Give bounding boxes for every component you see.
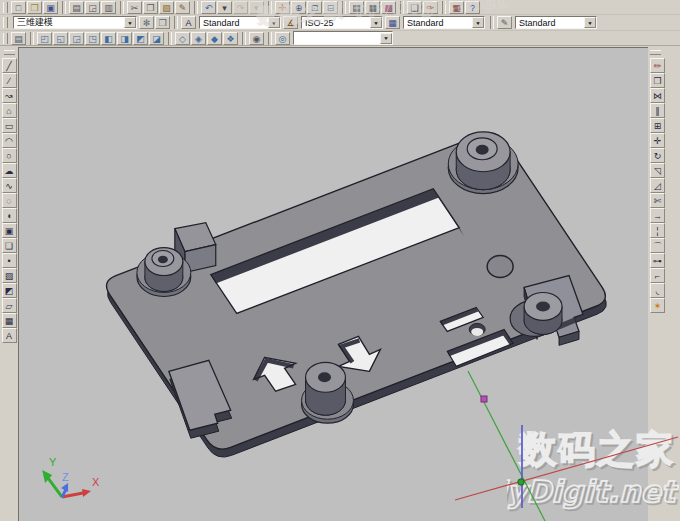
ucs-icon[interactable]: Y Z X: [42, 456, 100, 497]
left-view-icon[interactable]: ◲: [69, 32, 84, 45]
polyline-icon[interactable]: ↝: [2, 88, 17, 103]
sheet-set-manager-icon[interactable]: ❑: [407, 1, 422, 14]
arc-icon[interactable]: ◠: [2, 133, 17, 148]
construction-line-icon[interactable]: ∕: [2, 73, 17, 88]
spline-icon[interactable]: ∿: [2, 178, 17, 193]
zoom-previous-icon[interactable]: ⊟: [323, 1, 338, 14]
copy-icon[interactable]: ❐: [143, 1, 158, 14]
ellipse-icon[interactable]: ◌: [2, 193, 17, 208]
drawing-canvas[interactable]: Y Z X: [18, 47, 648, 521]
toolbar-grip[interactable]: [4, 50, 15, 55]
stretch-icon[interactable]: ◿: [650, 178, 665, 193]
break-icon[interactable]: ⌒: [650, 238, 665, 253]
back-view-icon[interactable]: ◨: [117, 32, 132, 45]
text-style-combo[interactable]: Standard ▼: [199, 16, 281, 29]
chamfer-icon[interactable]: ⌐: [650, 268, 665, 283]
explode-icon[interactable]: ✶: [650, 298, 665, 313]
make-block-icon[interactable]: ❏: [2, 238, 17, 253]
chevron-down-icon[interactable]: ▼: [472, 17, 484, 28]
match-properties-icon[interactable]: ✎: [175, 1, 190, 14]
swivel-icon[interactable]: ❖: [223, 32, 238, 45]
region-icon[interactable]: ▱: [2, 298, 17, 313]
chevron-down-icon[interactable]: ▼: [584, 17, 596, 28]
ellipse-arc-icon[interactable]: ◖: [2, 208, 17, 223]
paste-icon[interactable]: ▧: [159, 1, 174, 14]
chevron-down-icon[interactable]: ▼: [268, 17, 280, 28]
join-icon[interactable]: ⊶: [650, 253, 665, 268]
trim-icon[interactable]: ✄: [650, 193, 665, 208]
toolbar-grip[interactable]: [3, 2, 8, 13]
break-at-point-icon[interactable]: ¦: [650, 223, 665, 238]
undo-icon[interactable]: ↶: [201, 1, 216, 14]
walk-fly-icon[interactable]: ◎: [275, 32, 290, 45]
dim-style-icon[interactable]: ∡: [283, 16, 298, 29]
open-file-icon[interactable]: ❒: [27, 1, 42, 14]
publish-icon[interactable]: ▥: [101, 1, 116, 14]
toolbar-grip[interactable]: [3, 17, 8, 28]
designcenter-icon[interactable]: ▦: [365, 1, 380, 14]
bottom-view-icon[interactable]: ◱: [53, 32, 68, 45]
rotate-icon[interactable]: ↻: [650, 148, 665, 163]
free-orbit-icon[interactable]: ◈: [191, 32, 206, 45]
copy-object-icon[interactable]: ❐: [650, 73, 665, 88]
chevron-down-icon[interactable]: ▼: [124, 17, 136, 28]
rectangle-icon[interactable]: ▭: [2, 118, 17, 133]
table-style-combo[interactable]: Standard ▼: [403, 16, 485, 29]
plot-preview-icon[interactable]: ◲: [85, 1, 100, 14]
fillet-icon[interactable]: ◟: [650, 283, 665, 298]
plot-icon[interactable]: ▤: [69, 1, 84, 14]
top-view-icon[interactable]: ◰: [37, 32, 52, 45]
save-icon[interactable]: ▣: [43, 1, 58, 14]
multileader-style-combo[interactable]: Standard ▼: [515, 16, 597, 29]
continuous-orbit-icon[interactable]: ◆: [207, 32, 222, 45]
table-style-icon[interactable]: ▦: [385, 16, 400, 29]
boss-top-right[interactable]: [448, 132, 518, 194]
mirror-icon[interactable]: ⋈: [650, 88, 665, 103]
markup-set-manager-icon[interactable]: ✑: [423, 1, 438, 14]
named-views-icon[interactable]: ▤: [11, 32, 26, 45]
toolbar-grip[interactable]: [650, 50, 661, 55]
undo-menu-icon[interactable]: ▾: [217, 1, 232, 14]
toolbar-grip[interactable]: [3, 33, 8, 44]
line-icon[interactable]: ╱: [2, 58, 17, 73]
constrained-orbit-icon[interactable]: ◇: [175, 32, 190, 45]
chevron-down-icon[interactable]: ▼: [380, 33, 392, 44]
polygon-icon[interactable]: ⌂: [2, 103, 17, 118]
help-icon[interactable]: ?: [465, 1, 480, 14]
cut-icon[interactable]: ✂: [127, 1, 142, 14]
front-view-icon[interactable]: ◧: [101, 32, 116, 45]
move-icon[interactable]: ✛: [650, 133, 665, 148]
extend-icon[interactable]: →: [650, 208, 665, 223]
tool-palettes-icon[interactable]: ▩: [381, 1, 396, 14]
scale-icon[interactable]: ◹: [650, 163, 665, 178]
chevron-down-icon[interactable]: ▼: [370, 17, 382, 28]
offset-icon[interactable]: ∥: [650, 103, 665, 118]
zoom-window-icon[interactable]: ⊡: [307, 1, 322, 14]
quickcalc-icon[interactable]: ▦: [449, 1, 464, 14]
named-views-combo[interactable]: ▼: [293, 31, 393, 45]
workspace-settings-icon[interactable]: ✻: [139, 16, 154, 29]
table-icon[interactable]: ▦: [2, 313, 17, 328]
sw-isometric-view-icon[interactable]: ◩: [133, 32, 148, 45]
circular-hole[interactable]: [487, 256, 513, 278]
array-icon[interactable]: ⊞: [650, 118, 665, 133]
mtext-icon[interactable]: A: [2, 328, 17, 343]
create-camera-icon[interactable]: ◉: [249, 32, 264, 45]
erase-icon[interactable]: ✏: [650, 58, 665, 73]
text-style-icon[interactable]: A: [181, 16, 196, 29]
small-hole[interactable]: [469, 323, 485, 335]
workspace-combo[interactable]: 三维建模 ▼: [13, 16, 137, 29]
multileader-style-icon[interactable]: ✎: [497, 16, 512, 29]
hatch-icon[interactable]: ▨: [2, 268, 17, 283]
pan-realtime-icon[interactable]: ✛: [275, 1, 290, 14]
properties-icon[interactable]: ▤: [349, 1, 364, 14]
redo-menu-icon[interactable]: ▾: [249, 1, 264, 14]
zoom-realtime-icon[interactable]: ⊕: [291, 1, 306, 14]
gradient-icon[interactable]: ◩: [2, 283, 17, 298]
redo-icon[interactable]: ↷: [233, 1, 248, 14]
se-isometric-view-icon[interactable]: ◪: [149, 32, 164, 45]
point-icon[interactable]: •: [2, 253, 17, 268]
new-file-icon[interactable]: □: [11, 1, 26, 14]
circle-icon[interactable]: ○: [2, 148, 17, 163]
right-view-icon[interactable]: ◳: [85, 32, 100, 45]
